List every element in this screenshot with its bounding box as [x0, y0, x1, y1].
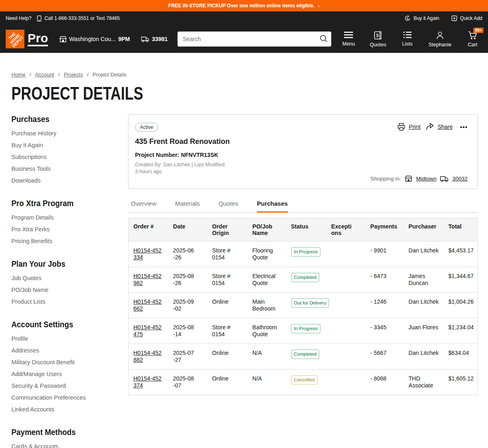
nav-cart[interactable]: 99+ Cart — [465, 30, 480, 48]
sidebar-heading-pro-xtra: Pro Xtra Program — [11, 198, 114, 208]
cell-origin: Store # 0154 — [207, 318, 248, 344]
sidebar-item-military-discount[interactable]: Military Discount Benefit — [11, 356, 128, 368]
sidebar-item-program-details[interactable]: Program Details — [11, 211, 128, 223]
buy-it-again-link[interactable]: $ Buy it Again — [404, 15, 439, 22]
nav-quotes-label: Quotes — [370, 42, 386, 48]
nav-account-label: Stephanie — [429, 42, 451, 48]
cell-po: Bathroom Quote — [248, 318, 286, 344]
col-payments: Payments — [366, 218, 404, 241]
sidebar-heading-plan-jobs: Plan Your Jobs — [11, 259, 114, 269]
cell-exceptions — [327, 344, 366, 370]
person-icon — [435, 30, 445, 40]
home-depot-logo[interactable]: THE HOME DEPOT — [6, 30, 24, 48]
cart-count-badge: 99+ — [473, 28, 484, 33]
delivery-zip-selector[interactable]: 33981 — [141, 36, 168, 42]
utility-bar: Need Help? Call 1-866-333-3551 or Text 7… — [0, 11, 488, 25]
cell-date: 2025-08-07 — [168, 370, 207, 395]
more-actions-button[interactable]: ••• — [460, 124, 468, 130]
sidebar-item-po-job-name[interactable]: PO/Job Name — [11, 284, 128, 296]
sidebar-item-profile[interactable]: Profile — [11, 333, 128, 344]
status-badge: Out for Delivery — [291, 298, 329, 308]
nav-account[interactable]: Stephanie — [429, 30, 451, 48]
order-link[interactable]: H0154-452882 — [133, 350, 162, 363]
sidebar-heading-account-settings: Account Settings — [11, 320, 114, 329]
sidebar-item-purchase-history[interactable]: Purchase History — [11, 127, 128, 139]
order-link[interactable]: H0154-452662 — [133, 298, 162, 312]
breadcrumb-account[interactable]: Account — [35, 72, 54, 78]
order-link[interactable]: H0154-452374 — [133, 375, 162, 389]
call-or-text-label: Call 1-866-333-3551 or Text 78465 — [44, 15, 120, 21]
breadcrumb-projects[interactable]: Projects — [64, 72, 83, 78]
sidebar-item-add-manage-users[interactable]: Add/Manage Users — [11, 368, 128, 380]
order-link[interactable]: H0154-452334 — [133, 247, 162, 261]
sidebar-item-linked-accounts[interactable]: Linked Accounts — [11, 403, 128, 415]
sidebar-item-job-quotes[interactable]: Job Quotes — [11, 272, 128, 284]
need-help-label: Need Help? — [6, 15, 31, 21]
svg-text:$: $ — [407, 17, 409, 20]
status-badge: Cancelled — [291, 375, 318, 385]
printer-icon — [397, 123, 405, 131]
cell-purchaser: THD Associate — [404, 370, 444, 395]
sidebar-item-communication-preferences[interactable]: Communication Preferences — [11, 391, 128, 403]
cell-status: Completed — [286, 267, 327, 293]
tab-overview[interactable]: Overview — [131, 195, 157, 213]
cell-order: H0154-452374 — [129, 370, 168, 395]
cell-origin: Online — [207, 370, 248, 395]
nav-lists-label: Lists — [402, 41, 413, 47]
sidebar-item-security-password[interactable]: Security & Password — [11, 380, 128, 391]
sidebar-item-subscriptions[interactable]: Subscriptions — [11, 151, 128, 163]
share-label: Share — [438, 124, 453, 130]
cell-payments: - 1246 — [366, 293, 404, 318]
sidebar-item-pro-xtra-perks[interactable]: Pro Xtra Perks — [11, 223, 128, 235]
tab-quotes[interactable]: Quotes — [218, 195, 238, 213]
order-link[interactable]: H0154-452475 — [133, 324, 162, 338]
shopping-zip-link[interactable]: 30032 — [452, 176, 468, 182]
cell-exceptions — [327, 318, 366, 344]
cell-payments: - 6473 — [366, 267, 404, 293]
share-button[interactable]: Share — [425, 123, 453, 131]
tab-materials[interactable]: Materials — [175, 195, 200, 213]
nav-menu[interactable]: Menu — [341, 30, 356, 47]
breadcrumb-current: Project Details — [93, 72, 127, 78]
nav-lists[interactable]: Lists — [400, 30, 415, 47]
cell-purchaser: James Duncan — [404, 267, 444, 293]
shopping-store-link[interactable]: Midtown — [416, 176, 436, 182]
cell-payments: - 8088 — [366, 370, 404, 395]
quick-add-link[interactable]: Quick Add — [451, 15, 482, 21]
cell-date: 2025-07-27 — [168, 344, 207, 370]
main-header: THE HOME DEPOT Pro Washington Cou...9PM … — [0, 25, 488, 53]
status-badge: Completed — [291, 273, 320, 282]
sidebar-item-pricing-benefits[interactable]: Pricing Benefits — [11, 235, 128, 247]
call-or-text-link[interactable]: Call 1-866-333-3551 or Text 78465 — [37, 15, 120, 22]
store-selector[interactable]: Washington Cou...9PM — [59, 36, 130, 43]
search-input[interactable] — [177, 31, 331, 47]
cell-status: Cancelled — [286, 370, 327, 395]
pro-brand-label[interactable]: Pro — [28, 32, 48, 46]
cell-origin: Store # 0154 — [207, 241, 248, 267]
phone-icon — [37, 15, 41, 22]
promo-banner[interactable]: FREE IN-STORE PICKUP Over one million on… — [0, 0, 488, 11]
sidebar-item-addresses[interactable]: Addresses — [11, 344, 128, 356]
sidebar-item-downloads[interactable]: Downloads — [11, 174, 128, 186]
quotes-icon: $ — [373, 30, 383, 40]
sidebar-item-product-lists[interactable]: Product Lists — [11, 296, 128, 307]
page-content: Home / Account / Projects / Project Deta… — [0, 53, 488, 448]
col-total: Total — [444, 218, 478, 241]
sidebar-item-buy-it-again[interactable]: Buy It Again — [11, 139, 128, 151]
cell-total: $4,453.17 — [444, 241, 478, 267]
sidebar-item-cards-accounts[interactable]: Cards & Accounts — [11, 440, 128, 448]
shopping-in-row: Shopping in: Midtown 30032 — [370, 175, 468, 182]
sidebar-item-business-tools[interactable]: Business Tools — [11, 163, 128, 174]
cell-status: Out for Delivery — [286, 293, 327, 318]
print-button[interactable]: Print — [397, 123, 420, 131]
col-order: Order # — [129, 218, 168, 241]
print-label: Print — [409, 124, 420, 130]
cell-origin: Store # 0154 — [207, 267, 248, 293]
nav-quotes[interactable]: $ Quotes — [370, 30, 386, 48]
order-link[interactable]: H0154-452982 — [133, 273, 162, 287]
buy-it-again-label: Buy it Again — [414, 15, 439, 21]
tab-purchases[interactable]: Purchases — [257, 195, 288, 213]
lists-icon — [403, 30, 412, 39]
search-button[interactable] — [319, 34, 328, 44]
breadcrumb-home[interactable]: Home — [11, 72, 26, 78]
